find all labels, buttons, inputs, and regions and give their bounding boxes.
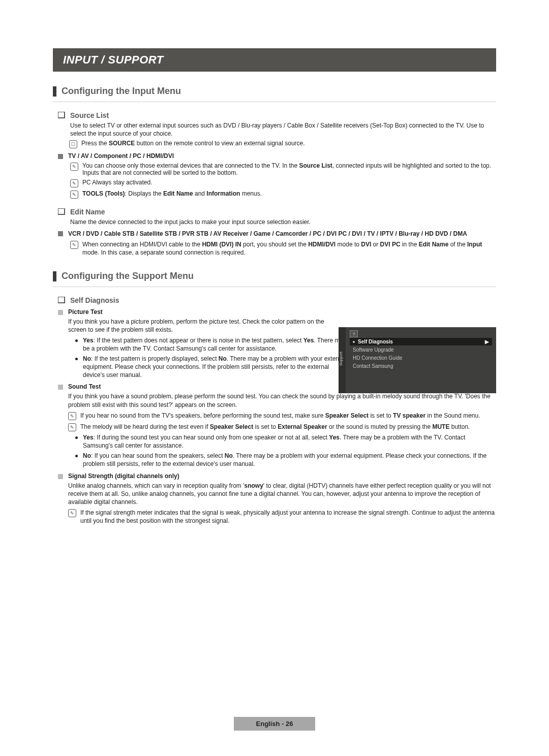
picture-test-desc: If you think you have a picture problem,… xyxy=(68,318,341,334)
sound-n1-text: If you hear no sound from the TV's speak… xyxy=(80,412,480,420)
tv-screenshot: Support ? Self Diagnosis ▶ Software Upgr… xyxy=(339,327,496,393)
edit-name-note: ✎ When connecting an HDMI/DVI cable to t… xyxy=(70,240,496,257)
tv-item: HD Connection Guide xyxy=(350,354,492,362)
picture-test-row: Picture Test xyxy=(58,308,496,316)
note-icon: ✎ xyxy=(68,412,76,420)
sound-test-title: Sound Test xyxy=(68,383,101,390)
section1-header: Configuring the Input Menu xyxy=(53,86,496,102)
checkbox-icon xyxy=(58,208,65,215)
signal-row: Signal Strength (digital channels only) xyxy=(58,472,496,480)
square-bullet-icon xyxy=(58,231,63,236)
picture-no-text: No: If the test pattern is properly disp… xyxy=(83,355,348,380)
section2-title: Configuring the Support Menu xyxy=(62,271,194,281)
picture-yes-row: Yes: If the test pattern does not appear… xyxy=(75,336,348,353)
picture-test-title: Picture Test xyxy=(68,308,103,316)
tv-av-heading: TV / AV / Component / PC / HDMI/DVI xyxy=(68,152,174,160)
sound-n2-text: The melody will be heard during the test… xyxy=(80,423,470,431)
tv-side-label: Support xyxy=(339,327,346,393)
tv-item-label: Software Upgrade xyxy=(353,347,394,353)
chevron-right-icon: ▶ xyxy=(485,339,489,344)
src-note1-text: You can choose only those external devic… xyxy=(82,162,496,176)
dot-icon xyxy=(75,358,78,360)
dot-icon xyxy=(75,455,78,457)
note-icon: ✎ xyxy=(68,423,76,431)
note-icon: ✎ xyxy=(70,241,78,249)
tv-item-label: HD Connection Guide xyxy=(353,355,402,361)
dot-icon xyxy=(75,339,78,342)
sound-n1: ✎ If you hear no sound from the TV's spe… xyxy=(68,412,496,420)
edit-name-row: Edit Name xyxy=(58,208,496,216)
note-icon: ✎ xyxy=(68,509,76,517)
signal-note: ✎ If the signal strength meter indicates… xyxy=(68,509,496,525)
manual-page: INPUT / SUPPORT Configuring the Input Me… xyxy=(0,0,549,756)
note-icon: ✎ xyxy=(70,179,78,187)
tv-item-selected: Self Diagnosis ▶ xyxy=(350,338,492,345)
edit-name-list: VCR / DVD / Cable STB / Satellite STB / … xyxy=(68,230,467,238)
edit-name-heading: Edit Name xyxy=(70,208,105,216)
signal-title: Signal Strength (digital channels only) xyxy=(68,472,179,480)
signal-note-text: If the signal strength meter indicates t… xyxy=(80,509,496,525)
source-btn-line: ☐ Press the SOURCE button on the remote … xyxy=(69,140,496,148)
square-bullet-icon xyxy=(58,154,63,159)
section-bar-icon xyxy=(53,86,56,97)
sound-no-row: No: If you can hear sound from the speak… xyxy=(75,452,496,468)
src-note1: ✎ You can choose only those external dev… xyxy=(70,162,496,176)
tv-av-row: TV / AV / Component / PC / HDMI/DVI xyxy=(58,152,496,160)
self-diag-heading: Self Diagnosis xyxy=(70,296,119,304)
square-bullet-icon xyxy=(58,385,63,390)
src-note3: ✎ TOOLS (Tools): Displays the Edit Name … xyxy=(70,190,496,199)
edit-name-list-row: VCR / DVD / Cable STB / Satellite STB / … xyxy=(58,230,496,238)
picture-yes-text: Yes: If the test pattern does not appear… xyxy=(83,336,348,353)
src-note2: ✎ PC Always stay activated. xyxy=(70,179,496,187)
picture-no-row: No: If the test pattern is properly disp… xyxy=(75,355,348,380)
source-btn-text: Press the SOURCE button on the remote co… xyxy=(81,140,305,147)
tv-item-label: Contact Samsung xyxy=(353,363,393,369)
self-diag-row: Self Diagnosis xyxy=(58,296,496,304)
edit-name-note-text: When connecting an HDMI/DVI cable to the… xyxy=(82,240,496,257)
section2-header: Configuring the Support Menu xyxy=(53,271,496,287)
src-note3-text: TOOLS (Tools): Displays the Edit Name an… xyxy=(82,190,262,197)
sound-test-desc: If you think you have a sound problem, p… xyxy=(68,392,496,408)
section-bar-icon xyxy=(53,271,56,281)
signal-desc: Unlike analog channels, which can vary i… xyxy=(68,482,496,507)
source-list-heading-row: Source List xyxy=(58,111,496,119)
source-list-heading: Source List xyxy=(70,111,109,119)
tv-icons: ? xyxy=(350,330,492,337)
chapter-band: INPUT / SUPPORT xyxy=(53,48,496,72)
checkbox-icon xyxy=(58,112,65,118)
page-number: English - 26 xyxy=(234,717,316,731)
dot-icon xyxy=(353,341,355,343)
source-list-desc: Use to select TV or other external input… xyxy=(70,121,496,138)
help-icon: ? xyxy=(350,330,358,337)
note-icon: ✎ xyxy=(70,191,78,199)
edit-name-desc: Name the device connected to the input j… xyxy=(70,218,496,226)
sound-yes-row: Yes: If during the sound test you can he… xyxy=(75,433,496,450)
sound-no-text: No: If you can hear sound from the speak… xyxy=(83,452,496,468)
sound-n2: ✎ The melody will be heard during the te… xyxy=(68,423,496,431)
remote-icon: ☐ xyxy=(69,140,77,148)
note-icon: ✎ xyxy=(70,163,78,171)
tv-item: Software Upgrade xyxy=(350,346,492,354)
tv-menu: ? Self Diagnosis ▶ Software Upgrade HD C… xyxy=(346,327,496,393)
dot-icon xyxy=(75,436,78,439)
tv-item-label: Self Diagnosis xyxy=(358,339,393,344)
sound-yes-text: Yes: If during the sound test you can he… xyxy=(83,433,496,450)
tv-item: Contact Samsung xyxy=(350,362,492,370)
section1-title: Configuring the Input Menu xyxy=(62,86,181,97)
src-note2-text: PC Always stay activated. xyxy=(82,179,152,186)
page-footer: English - 26 xyxy=(0,717,549,731)
square-bullet-icon xyxy=(58,474,63,479)
checkbox-icon xyxy=(58,297,65,303)
square-bullet-icon xyxy=(58,310,63,315)
